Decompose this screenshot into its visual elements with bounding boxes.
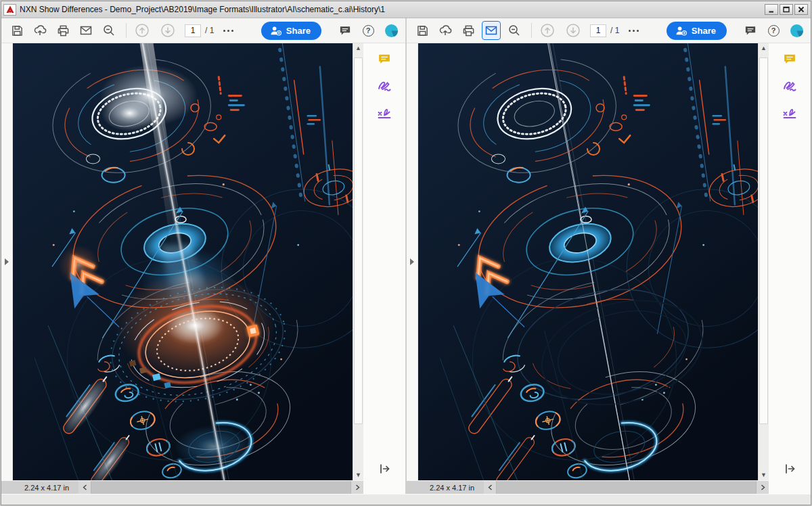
page-up-icon[interactable]	[133, 22, 151, 39]
window-bottom-border	[1, 494, 811, 505]
comment-icon[interactable]	[336, 22, 354, 39]
right-document-pane: 1 / 1 Share ? ▲︎	[407, 18, 811, 494]
left-toolbar: 1 / 1 Share ?	[1, 18, 405, 43]
tools-rail	[363, 43, 405, 480]
page-down-icon[interactable]	[564, 22, 582, 39]
comment-icon[interactable]	[742, 22, 759, 39]
scroll-right-icon[interactable]	[757, 481, 769, 494]
share-person-icon	[675, 26, 687, 36]
horizontal-scrollbar[interactable]	[91, 481, 351, 494]
page-down-icon[interactable]	[159, 22, 177, 39]
scroll-down-icon[interactable]: ▼︎	[759, 470, 769, 480]
zoom-out-icon[interactable]	[505, 22, 523, 39]
left-page-canvas	[13, 43, 353, 480]
titlebar: NXN Show Differences - Demo_Project\AB20…	[1, 1, 811, 18]
scroll-left-icon[interactable]	[78, 481, 91, 494]
minimize-icon[interactable]	[765, 4, 778, 15]
app-icon	[3, 4, 16, 16]
maximize-icon[interactable]	[780, 4, 793, 15]
scroll-up-icon[interactable]: ▲︎	[759, 43, 769, 53]
status-bar: 2.24 x 4.17 in	[407, 480, 769, 494]
expand-tools-icon[interactable]	[782, 461, 798, 477]
vertical-scrollbar[interactable]: ▲︎ ▼︎	[758, 43, 769, 480]
chevron-right-icon	[5, 258, 9, 265]
fill-sign-tool-icon[interactable]	[376, 77, 392, 93]
print-icon[interactable]	[459, 22, 477, 39]
user-avatar[interactable]	[382, 22, 400, 39]
close-icon[interactable]	[794, 4, 808, 15]
tools-rail	[769, 43, 811, 480]
fill-sign-tool-icon[interactable]	[782, 77, 798, 93]
toolbar-separator	[126, 23, 127, 38]
right-page-canvas	[418, 43, 758, 480]
more-options-icon[interactable]	[223, 30, 233, 32]
horizontal-scrollbar[interactable]	[496, 481, 757, 494]
cloud-upload-icon[interactable]	[436, 22, 454, 39]
email-icon[interactable]	[77, 22, 95, 39]
chevron-right-icon	[410, 258, 414, 265]
right-toolbar: 1 / 1 Share ?	[407, 18, 811, 43]
share-label: Share	[286, 26, 311, 36]
vertical-scrollbar[interactable]: ▲︎ ▼︎	[353, 43, 363, 480]
help-icon[interactable]: ?	[765, 22, 782, 39]
page-size-label: 2.24 x 4.17 in	[407, 484, 484, 492]
cloud-upload-icon[interactable]	[31, 22, 49, 39]
help-icon[interactable]: ?	[359, 22, 377, 39]
page-total-label: / 1	[610, 26, 619, 35]
page-size-label: 2.24 x 4.17 in	[1, 484, 78, 492]
scrollbar-thumb[interactable]	[759, 58, 768, 424]
rail-bottom-gap	[769, 480, 811, 494]
share-button[interactable]: Share	[667, 22, 727, 40]
scroll-up-icon[interactable]: ▲︎	[353, 43, 363, 53]
toolbar-separator	[531, 23, 532, 38]
window-title: NXN Show Differences - Demo_Project\AB20…	[20, 5, 765, 14]
scroll-left-icon[interactable]	[484, 481, 496, 494]
zoom-out-icon[interactable]	[100, 22, 118, 39]
page-number-input[interactable]: 1	[185, 24, 201, 37]
share-label: Share	[692, 26, 716, 36]
scroll-down-icon[interactable]: ▼︎	[353, 470, 363, 480]
expand-tools-icon[interactable]	[376, 461, 392, 477]
nav-pane-toggle[interactable]	[1, 43, 13, 480]
save-icon[interactable]	[8, 22, 26, 39]
comment-tool-icon[interactable]	[782, 51, 798, 67]
share-button[interactable]: Share	[261, 22, 321, 40]
rail-bottom-gap	[363, 480, 405, 494]
page-total-label: / 1	[205, 26, 214, 35]
page-number-input[interactable]: 1	[590, 24, 606, 37]
print-icon[interactable]	[54, 22, 72, 39]
share-person-icon	[270, 26, 281, 36]
email-icon[interactable]	[482, 22, 500, 39]
more-options-icon[interactable]	[629, 30, 639, 32]
schematic-artwork-right	[418, 43, 758, 480]
nav-pane-toggle[interactable]	[407, 43, 418, 480]
scroll-right-icon[interactable]	[351, 481, 363, 494]
sign-certificate-tool-icon[interactable]	[782, 104, 798, 120]
scrollbar-thumb[interactable]	[354, 58, 363, 424]
left-document-pane: 1 / 1 Share ? ▲︎	[1, 18, 405, 494]
user-avatar[interactable]	[788, 22, 805, 39]
schematic-artwork-left	[13, 43, 353, 480]
save-icon[interactable]	[413, 22, 431, 39]
comment-tool-icon[interactable]	[376, 51, 392, 67]
page-up-icon[interactable]	[539, 22, 556, 39]
sign-certificate-tool-icon[interactable]	[376, 104, 392, 120]
status-bar: 2.24 x 4.17 in	[1, 480, 363, 494]
app-window: NXN Show Differences - Demo_Project\AB20…	[1, 1, 811, 505]
